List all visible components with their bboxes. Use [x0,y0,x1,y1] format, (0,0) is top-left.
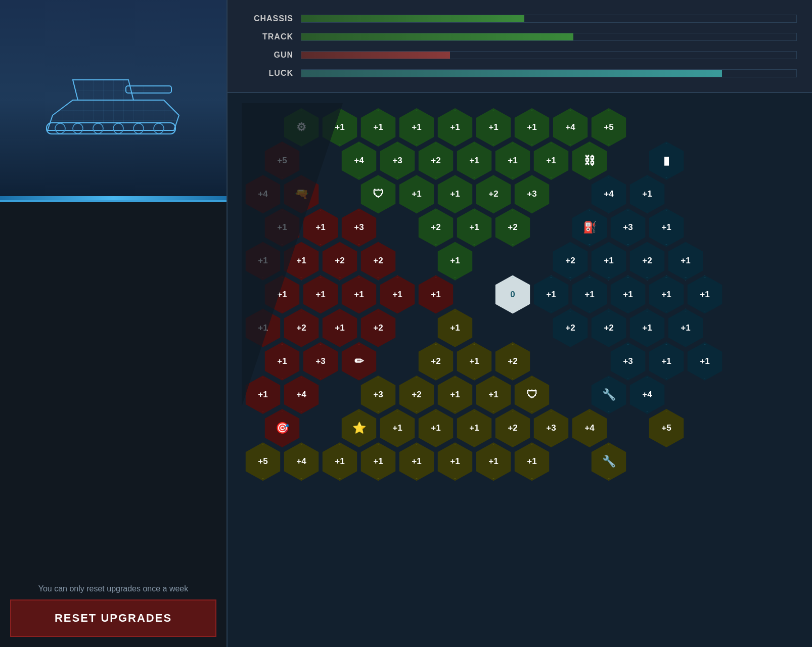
hex-cell-51[interactable]: +1 [532,275,570,314]
hex-cell-63[interactable]: +1 [628,309,666,347]
hex-cell-89[interactable]: +3 [532,409,570,447]
hex-cell-25[interactable]: +4 [590,175,628,213]
hex-cell-31[interactable]: +1 [455,208,493,247]
hex-cell-45[interactable]: +1 [263,275,301,314]
hex-cell-87[interactable]: +1 [455,409,493,447]
hex-cell-80[interactable]: 🛡 [513,376,551,414]
reset-button[interactable]: RESET UPGRADES [10,599,216,637]
hex-cell-59[interactable]: +2 [359,309,397,347]
hex-cell-18[interactable]: +4 [244,175,282,213]
hex-cell-84[interactable]: ⭐ [340,409,378,447]
hex-cell-14[interactable]: +1 [493,142,532,180]
hex-cell-6[interactable]: +1 [513,108,551,147]
hex-cell-88[interactable]: +2 [493,409,532,447]
hex-cell-60[interactable]: +1 [436,309,474,347]
hex-cell-52[interactable]: +1 [570,275,609,314]
hex-cell-5[interactable]: +1 [474,108,513,147]
hex-cell-97[interactable]: +1 [436,442,474,481]
hex-cell-56[interactable]: +1 [244,309,282,347]
hex-cell-30[interactable]: +2 [417,208,455,247]
hex-cell-43[interactable]: +2 [628,242,666,280]
hex-cell-68[interactable]: +2 [417,342,455,381]
hex-cell-96[interactable]: +1 [397,442,436,481]
hex-cell-81[interactable]: 🔧 [590,376,628,414]
hex-cell-55[interactable]: +1 [686,275,724,314]
hex-cell-38[interactable]: +2 [321,242,359,280]
hex-cell-95[interactable]: +1 [359,442,397,481]
hex-cell-67[interactable]: ✏ [340,342,378,381]
hex-cell-34[interactable]: +3 [609,208,647,247]
hex-cell-8[interactable]: +5 [590,108,628,147]
hex-cell-37[interactable]: +1 [282,242,321,280]
hex-cell-32[interactable]: +2 [493,208,532,247]
hex-cell-98[interactable]: +1 [474,442,513,481]
hex-cell-62[interactable]: +2 [590,309,628,347]
hex-cell-85[interactable]: +1 [378,409,417,447]
hex-cell-49[interactable]: +1 [417,275,455,314]
hex-cell-20[interactable]: 🛡 [359,175,397,213]
hex-cell-7[interactable]: +4 [551,108,590,147]
hex-cell-82[interactable]: +4 [628,376,666,414]
hex-cell-12[interactable]: +2 [417,142,455,180]
hex-cell-46[interactable]: +1 [301,275,340,314]
hex-cell-13[interactable]: +1 [455,142,493,180]
hex-cell-91[interactable]: +5 [647,409,686,447]
hex-cell-57[interactable]: +2 [282,309,321,347]
hex-cell-58[interactable]: +1 [321,309,359,347]
hex-cell-69[interactable]: +1 [455,342,493,381]
hex-cell-78[interactable]: +1 [436,376,474,414]
hex-cell-77[interactable]: +2 [397,376,436,414]
hex-cell-71[interactable]: +3 [609,342,647,381]
hex-cell-86[interactable]: +1 [417,409,455,447]
hex-cell-4[interactable]: +1 [436,108,474,147]
hex-cell-41[interactable]: +2 [551,242,590,280]
hex-cell-17[interactable]: ▮ [647,142,686,180]
hex-cell-10[interactable]: +4 [340,142,378,180]
hex-cell-100[interactable]: 🔧 [590,442,628,481]
hex-cell-66[interactable]: +3 [301,342,340,381]
hex-cell-73[interactable]: +1 [686,342,724,381]
hex-cell-48[interactable]: +1 [378,275,417,314]
hex-cell-64[interactable]: +1 [666,309,705,347]
hex-cell-27[interactable]: +1 [263,208,301,247]
hex-cell-93[interactable]: +4 [282,442,321,481]
hex-cell-44[interactable]: +1 [666,242,705,280]
hex-cell-22[interactable]: +1 [436,175,474,213]
hex-cell-0[interactable]: ⚙ [282,108,321,147]
hex-cell-61[interactable]: +2 [551,309,590,347]
hex-cell-24[interactable]: +3 [513,175,551,213]
hex-cell-79[interactable]: +1 [474,376,513,414]
hex-cell-65[interactable]: +1 [263,342,301,381]
hex-cell-39[interactable]: +2 [359,242,397,280]
hex-cell-1[interactable]: +1 [321,108,359,147]
hex-cell-29[interactable]: +3 [340,208,378,247]
hex-cell-40[interactable]: +1 [436,242,474,280]
hex-cell-19[interactable]: 🔫 [282,175,321,213]
hex-cell-21[interactable]: +1 [397,175,436,213]
hex-cell-70[interactable]: +2 [493,342,532,381]
hex-cell-83[interactable]: 🎯 [263,409,301,447]
hex-cell-72[interactable]: +1 [647,342,686,381]
hex-cell-11[interactable]: +3 [378,142,417,180]
hex-cell-3[interactable]: +1 [397,108,436,147]
hex-cell-54[interactable]: +1 [647,275,686,314]
hex-cell-15[interactable]: +1 [532,142,570,180]
hex-cell-36[interactable]: +1 [244,242,282,280]
hex-cell-50[interactable]: 0 [493,275,532,314]
hex-cell-23[interactable]: +2 [474,175,513,213]
hex-cell-92[interactable]: +5 [244,442,282,481]
hex-cell-9[interactable]: +5 [263,142,301,180]
hex-cell-2[interactable]: +1 [359,108,397,147]
hex-cell-47[interactable]: +1 [340,275,378,314]
hex-cell-94[interactable]: +1 [321,442,359,481]
hex-cell-42[interactable]: +1 [590,242,628,280]
hex-cell-75[interactable]: +4 [282,376,321,414]
hex-cell-99[interactable]: +1 [513,442,551,481]
hex-cell-26[interactable]: +1 [628,175,666,213]
hex-cell-53[interactable]: +1 [609,275,647,314]
hex-cell-76[interactable]: +3 [359,376,397,414]
hex-cell-28[interactable]: +1 [301,208,340,247]
hex-cell-90[interactable]: +4 [570,409,609,447]
hex-cell-16[interactable]: ⛓ [570,142,609,180]
hex-cell-74[interactable]: +1 [244,376,282,414]
